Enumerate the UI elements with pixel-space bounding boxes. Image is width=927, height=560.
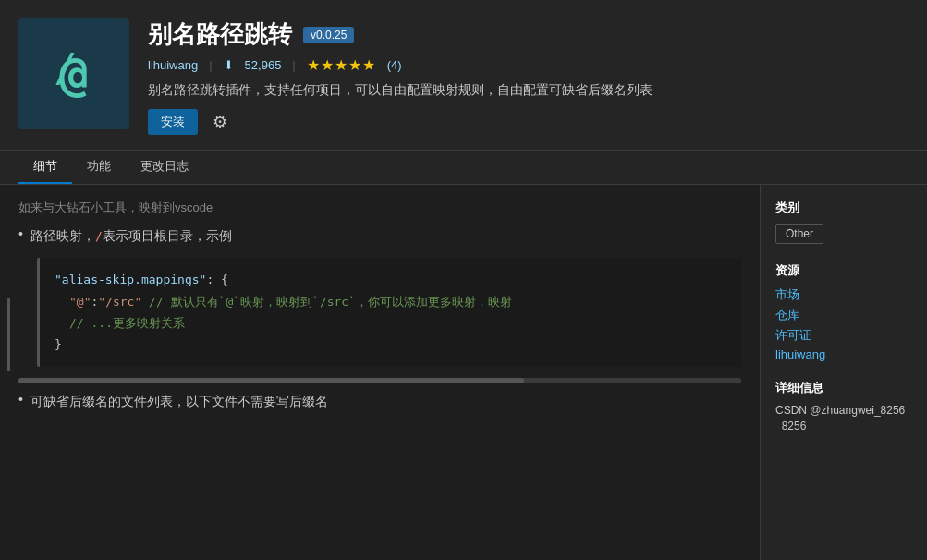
bullet-item-2: • 可缺省后缀名的文件列表，以下文件不需要写后缀名 [18,391,741,411]
detail-text-1: CSDN @zhuangwei_8256 [775,404,912,417]
details-title: 详细信息 [775,380,912,396]
tab-details[interactable]: 细节 [18,151,72,184]
left-panel: 如来与大钻石小工具，映射到vscode • 路径映射，/表示项目根目录，示例 "… [0,185,761,560]
category-badge[interactable]: Other [775,224,823,244]
code-comment-2: // 默认只有`@`映射，映射到`/src`，你可以添加更多映射，映射 [141,295,512,309]
code-line-4: } [55,334,726,355]
install-button[interactable]: 安装 [148,109,198,135]
bullet-item-1: • 路径映射，/表示项目根目录，示例 [18,225,741,247]
title-row: 别名路径跳转 v0.0.25 [148,18,909,51]
resources-section: 资源 市场 仓库 许可证 lihuiwang [775,262,912,361]
resource-link-market[interactable]: 市场 [775,286,912,303]
plugin-info: 别名路径跳转 v0.0.25 lihuiwang | ⬇ 52,965 | ★★… [148,18,909,135]
meta-divider: | [209,58,212,72]
scrollbar-thumb [18,378,524,383]
resource-link-repo[interactable]: 仓库 [775,307,912,323]
category-title: 类别 [775,200,912,216]
plugin-header: @ / 别名路径跳转 v0.0.25 lihuiwang | ⬇ 52,965 … [0,0,927,151]
resource-link-author[interactable]: lihuiwang [775,347,912,361]
resources-title: 资源 [775,262,912,279]
bullet1-prefix: 路径映射， [30,228,95,243]
code-line-2: "@":"/src" // 默认只有`@`映射，映射到`/src`，你可以添加更… [55,291,726,312]
bullet-dot-1: • [18,226,23,241]
plugin-title: 别名路径跳转 [148,18,292,51]
version-badge: v0.0.25 [303,27,354,43]
author-name: lihuiwang [148,58,198,72]
code-block: "alias-skip.mappings": { "@":"/src" // 默… [37,258,741,367]
review-count: (4) [387,58,402,72]
resource-link-license[interactable]: 许可证 [775,327,912,344]
code-key-2: "@" [69,295,91,309]
code-brace: } [55,337,62,351]
bullet-text-1: 路径映射，/表示项目根目录，示例 [30,225,232,247]
download-icon: ⬇ [224,58,234,72]
action-buttons: 安装 ⚙ [148,109,909,135]
meta-divider2: | [292,58,295,72]
bullet1-suffix: 表示项目根目录，示例 [103,228,232,243]
tab-changelog[interactable]: 更改日志 [126,151,203,184]
code-comment-3: // ...更多映射关系 [69,316,185,330]
bullet1-code: / [95,229,103,243]
main-content: 如来与大钻石小工具，映射到vscode • 路径映射，/表示项目根目录，示例 "… [0,185,927,560]
detail-text-2: _8256 [775,420,912,432]
gear-button[interactable]: ⚙ [207,110,233,134]
scrollbar-area[interactable] [18,378,741,383]
code-value-2: "/src" [98,295,141,309]
icon-slash-symbol: / [54,45,77,91]
app-container: @ / 别名路径跳转 v0.0.25 lihuiwang | ⬇ 52,965 … [0,0,927,560]
star-rating: ★★★★★ [307,56,376,74]
plugin-icon: @ / [18,18,129,129]
tab-features[interactable]: 功能 [72,151,126,184]
scroll-indicator [7,298,10,371]
bullet-text-2: 可缺省后缀名的文件列表，以下文件不需要写后缀名 [30,391,328,411]
plugin-meta: lihuiwang | ⬇ 52,965 | ★★★★★ (4) [148,56,909,74]
tab-bar: 细节 功能 更改日志 [0,151,927,185]
plugin-description: 别名路径跳转插件，支持任何项目，可以自由配置映射规则，自由配置可缺省后缀名列表 [148,79,909,100]
details-section: 详细信息 CSDN @zhuangwei_8256 _8256 [775,380,912,432]
right-panel: 类别 Other 资源 市场 仓库 许可证 lihuiwang 详细信息 CSD… [761,185,927,560]
download-count: 52,965 [245,58,282,72]
code-colon-1: : { [206,273,227,286]
code-line-1: "alias-skip.mappings": { [55,269,726,290]
code-key-1: "alias-skip.mappings" [55,273,206,286]
category-section: 类别 Other [775,200,912,244]
bullet-dot-2: • [18,392,23,407]
code-line-3: // ...更多映射关系 [55,312,726,334]
truncated-text: 如来与大钻石小工具，映射到vscode [18,200,741,216]
